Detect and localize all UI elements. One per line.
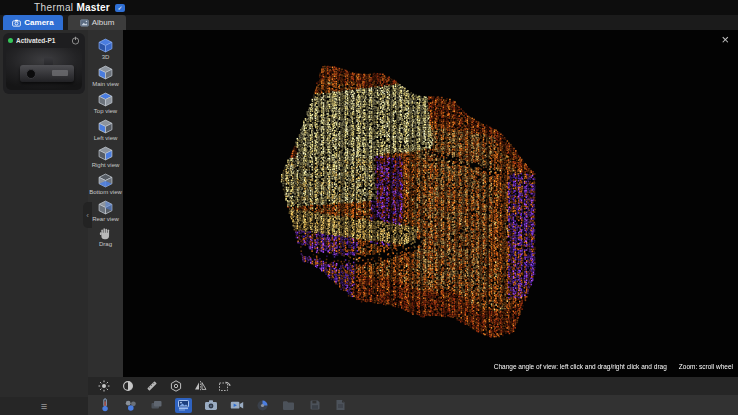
view-tool-column: ‹ 3D Main view <box>88 30 123 377</box>
verified-check-icon: ✓ <box>115 4 125 12</box>
cube-bottom-icon <box>98 173 113 188</box>
brand-name-bold: Master <box>76 2 109 13</box>
folder-icon[interactable] <box>281 397 296 413</box>
main-area: ‹ 3D Main view <box>88 30 738 415</box>
save-icon[interactable] <box>307 397 322 413</box>
hint-zoom-text: Zoom: scroll wheel <box>679 363 733 370</box>
capture-taskbar <box>88 395 738 415</box>
cube-main-icon <box>98 65 113 80</box>
device-sidebar: Activated-P1 ≡ <box>0 30 88 415</box>
view-tool-left[interactable]: Left view <box>89 116 123 143</box>
view-tool-label: Main view <box>92 81 119 87</box>
tab-camera[interactable]: Camera <box>3 15 63 30</box>
camera-lens <box>26 69 36 79</box>
view-tool-drag[interactable]: Drag <box>89 224 123 249</box>
image-adjust-toolbar <box>88 377 738 395</box>
layers-icon[interactable] <box>149 397 164 413</box>
photo-capture-icon[interactable] <box>203 397 218 413</box>
thermal-camera-body <box>20 65 74 82</box>
video-record-icon[interactable] <box>229 397 244 413</box>
sidebar-footer: ≡ <box>0 397 88 415</box>
thermal-master-app: Thermal Master ✓ -20.00-150.00℃ ▾ Camera… <box>0 0 738 415</box>
view-tool-label: Drag <box>99 241 112 247</box>
rotate-view-icon[interactable] <box>217 379 231 393</box>
chevron-left-icon: ‹ <box>86 211 89 220</box>
tab-album[interactable]: Album <box>68 15 126 30</box>
temperature-range-dropdown[interactable] <box>300 0 498 15</box>
palette-disc-icon[interactable] <box>255 397 270 413</box>
view-tool-label: Rear view <box>92 216 119 222</box>
view-tool-rear[interactable]: Rear view <box>89 197 123 224</box>
sidebar-spacer <box>0 97 88 397</box>
sidebar-collapse-handle[interactable]: ‹ <box>83 202 92 228</box>
power-icon[interactable] <box>71 36 80 45</box>
view-tool-right[interactable]: Right view <box>89 143 123 170</box>
view-tool-label: Bottom view <box>89 189 122 195</box>
thermal-point-cloud[interactable] <box>123 30 738 377</box>
view-tool-main[interactable]: Main view <box>89 62 123 89</box>
tab-bar: -20.00-150.00℃ ▾ Camera Album <box>0 15 738 30</box>
tab-camera-label: Camera <box>24 18 53 27</box>
camera-icon <box>12 19 21 27</box>
measure-ruler-icon[interactable] <box>145 379 159 393</box>
chevron-down-icon[interactable]: ▾ <box>444 19 448 27</box>
flip-horizontal-icon[interactable] <box>193 379 207 393</box>
cube-right-icon <box>98 146 113 161</box>
device-card[interactable]: Activated-P1 <box>3 33 85 94</box>
thermometer-icon[interactable] <box>97 397 112 413</box>
view-tool-label: Left view <box>94 135 118 141</box>
temperature-range-value[interactable]: -20.00-150.00℃ <box>378 18 440 28</box>
brightness-icon[interactable] <box>97 379 111 393</box>
hexagon-settings-icon[interactable] <box>169 379 183 393</box>
analysis-shapes-icon[interactable] <box>123 397 138 413</box>
hand-drag-icon <box>99 227 112 240</box>
cube-3d-icon <box>98 38 113 53</box>
cube-top-icon <box>98 92 113 107</box>
view-tool-label: Right view <box>92 162 120 168</box>
report-icon[interactable] <box>333 397 348 413</box>
temperature-range-bar: -20.00-150.00℃ ▾ <box>88 15 738 30</box>
view-tool-top[interactable]: Top view <box>89 89 123 116</box>
point-cloud-view-icon[interactable] <box>175 398 192 413</box>
close-icon[interactable]: × <box>721 33 729 46</box>
view-tool-label: Top view <box>94 108 117 114</box>
point-cloud-viewport[interactable]: × Change angle of view: left click and d… <box>123 30 738 377</box>
album-icon <box>80 19 89 27</box>
viewport-hint: Change angle of view: left click and dra… <box>494 363 733 370</box>
view-tool-label: 3D <box>102 54 110 60</box>
menu-icon[interactable]: ≡ <box>41 401 47 411</box>
hint-rotate-text: Change angle of view: left click and dra… <box>494 363 667 370</box>
contrast-icon[interactable] <box>121 379 135 393</box>
brand-name-light: Thermal <box>34 2 73 13</box>
device-status-dot <box>8 38 13 43</box>
device-thumbnail[interactable] <box>6 48 82 90</box>
cube-left-icon <box>98 119 113 134</box>
cube-rear-icon <box>98 200 113 215</box>
device-name: Activated-P1 <box>16 37 68 44</box>
view-tool-bottom[interactable]: Bottom view <box>89 170 123 197</box>
device-label-print <box>52 70 68 76</box>
view-tool-3d[interactable]: 3D <box>89 35 123 62</box>
tab-album-label: Album <box>92 18 115 27</box>
